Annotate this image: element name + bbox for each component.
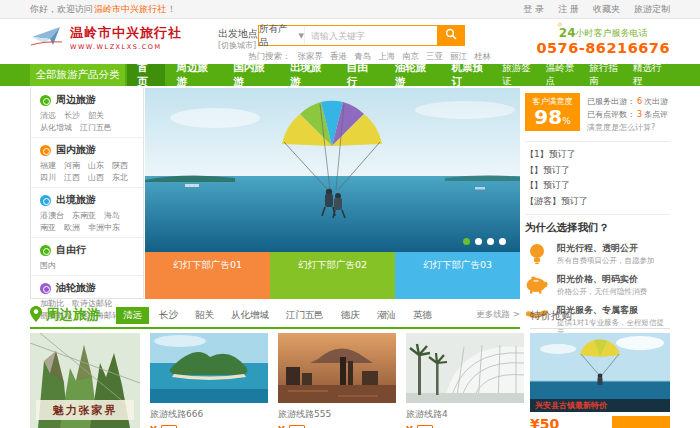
booking-item[interactable]: 【游客】预订了 [525, 194, 670, 210]
tab-jiangmen[interactable]: 江门五邑 [279, 307, 331, 324]
custom-tour-link[interactable]: 旅游定制 [634, 3, 670, 16]
category-header[interactable]: 国内旅游 [40, 143, 134, 157]
tour-card[interactable]: 旅游线路555 ¥ [278, 333, 396, 428]
category-link[interactable]: 东北 [112, 172, 128, 183]
category-link[interactable]: 陕西 [112, 160, 128, 171]
nav-item-nearby[interactable]: 周边旅游 [167, 64, 222, 86]
tab-shaoguan[interactable]: 韶关 [188, 307, 221, 324]
ad-banner-1[interactable]: 幻灯下部广告01 [145, 252, 270, 299]
tab-deqing[interactable]: 德庆 [334, 307, 367, 324]
nav-item-cruise[interactable]: 油轮旅游 [385, 64, 440, 86]
slider-dot[interactable] [499, 238, 506, 245]
site-logo[interactable]: 温岭市中兴旅行社 WWW.WLZXLXS.COM [30, 24, 182, 51]
welcome-prefix: 你好，欢迎访问 [30, 4, 93, 14]
favorites-link[interactable]: 收藏夹 [593, 3, 620, 16]
hero-slider[interactable] [145, 88, 520, 252]
tour-card[interactable]: 旅游线路666 ¥ [150, 333, 268, 428]
tab-conghua[interactable]: 从化增城 [224, 307, 276, 324]
booking-item[interactable]: 【】预订了 [525, 163, 670, 179]
category-link[interactable]: 非洲中东 [88, 222, 120, 233]
nav-sub-attractions[interactable]: 温岭景点 [540, 64, 583, 86]
category-link[interactable]: 国内 [40, 260, 56, 271]
category-link[interactable]: 山西 [88, 172, 104, 183]
category-link[interactable]: 福建 [40, 160, 56, 171]
search-input[interactable] [305, 26, 437, 45]
piggy-bank-icon [525, 273, 549, 297]
why-title: 为什么选择我们？ [525, 221, 670, 235]
category-link[interactable]: 长沙 [64, 110, 80, 121]
tab-changsha[interactable]: 长沙 [152, 307, 185, 324]
category-header[interactable]: 周边旅游 [40, 93, 134, 107]
category-link[interactable]: 河南 [64, 160, 80, 171]
free-travel-category-icon [40, 245, 51, 256]
category-link[interactable]: 江门五邑 [80, 122, 112, 133]
zhangjiajie-promo-card[interactable]: 魅力张家界 [30, 333, 140, 428]
hotline-label: 小时客户服务电话 [576, 27, 648, 40]
buy-now-button[interactable] [612, 416, 670, 428]
booking-item[interactable]: 【】预订了 [525, 178, 670, 194]
deal-caption: 兴安县古镇最新特价 [535, 400, 607, 411]
tour-card-caption: 旅游线路666 [150, 408, 268, 421]
tab-chaoshan[interactable]: 潮汕 [370, 307, 403, 324]
category-link[interactable]: 江西 [64, 172, 80, 183]
nav-sub-featured[interactable]: 精选行程 [627, 64, 670, 86]
cruise-category-icon [40, 283, 51, 294]
category-link[interactable]: 韶关 [88, 110, 104, 121]
nav-item-flights[interactable]: 机票预订 [442, 64, 497, 86]
ad-banner-2[interactable]: 幻灯下部广告02 [270, 252, 395, 299]
outbound-category-icon [40, 195, 51, 206]
nav-sub-guide[interactable]: 旅行指南 [583, 64, 626, 86]
tour-card[interactable]: 旅游线路4 ¥ [406, 333, 524, 428]
search-category-dropdown[interactable]: 所有产品 ▼ [259, 26, 305, 45]
logo-title: 温岭市中兴旅行社 [70, 24, 182, 42]
more-routes-link[interactable]: 更多线路 > [476, 309, 520, 321]
slider-dot[interactable] [475, 238, 482, 245]
category-name: 国内旅游 [56, 143, 96, 157]
category-link[interactable]: 四川 [40, 172, 56, 183]
deal-image: 兴安县古镇最新特价 [530, 333, 670, 412]
login-link[interactable]: 登 录 [523, 3, 544, 16]
hot-keyword[interactable]: 上海 [378, 51, 395, 63]
recent-bookings: 【1】预订了 【】预订了 【】预订了 【游客】预订了 [525, 141, 670, 209]
why-item-transparent: 阳光行程、透明公开 所有自费项目公开，自愿参加 [525, 242, 670, 266]
category-link[interactable]: 山东 [88, 160, 104, 171]
hotline-24: ☼24 [559, 23, 576, 40]
slider-dot[interactable] [463, 238, 470, 245]
ad-banner-row: 幻灯下部广告01 幻灯下部广告02 幻灯下部广告03 [145, 252, 520, 299]
category-link[interactable]: 港澳台 [40, 210, 64, 221]
slider-dots [463, 238, 506, 245]
welcome-message: 你好，欢迎访问温岭市中兴旅行社！ [30, 3, 176, 16]
category-sidebar: 周边旅游 清远 长沙 韶关 从化增城 江门五邑 国内旅游 福建 河南 山东 陕西… [30, 88, 144, 299]
search-button[interactable] [437, 26, 464, 45]
slider-dot[interactable] [487, 238, 494, 245]
welcome-site-name: 温岭市中兴旅行社 [94, 4, 166, 14]
category-link[interactable]: 南亚 [40, 222, 56, 233]
booking-item[interactable]: 【1】预订了 [525, 147, 670, 163]
hot-keyword[interactable]: 香港 [330, 51, 347, 63]
tab-yingde[interactable]: 英德 [406, 307, 439, 324]
category-header[interactable]: 出境旅游 [40, 193, 134, 207]
category-link[interactable]: 欧洲 [64, 222, 80, 233]
nav-item-outbound[interactable]: 出境旅游 [280, 64, 335, 86]
category-link[interactable]: 清远 [40, 110, 56, 121]
service-hotline: ☼24 小时客户服务电话 0576-86216676 [536, 23, 670, 56]
tour-card-caption: 旅游线路4 [406, 408, 524, 421]
nav-sub-visa[interactable]: 旅游签证 [496, 64, 539, 86]
category-link[interactable]: 海岛 [104, 210, 120, 221]
category-link[interactable]: 从化增城 [40, 122, 72, 133]
all-products-menu[interactable]: 全部旅游产品分类 [30, 64, 125, 86]
satisfaction-how-link[interactable]: 满意度是怎么计算? [587, 121, 668, 134]
tab-qingyuan[interactable]: 清远 [116, 307, 149, 324]
special-deal-card[interactable]: 兴安县古镇最新特价 ¥50 [530, 333, 670, 428]
category-header[interactable]: 油轮旅游 [40, 281, 134, 295]
nav-item-home[interactable]: 首页 [127, 64, 164, 86]
register-link[interactable]: 注 册 [558, 3, 579, 16]
location-pin-icon [30, 306, 42, 325]
departure-city-selector[interactable]: 出发地点 [切换城市] [218, 28, 258, 52]
ad-banner-3[interactable]: 幻灯下部广告03 [395, 252, 520, 299]
paper-plane-logo-icon [30, 25, 64, 51]
category-header[interactable]: 自由行 [40, 243, 134, 257]
nav-item-domestic[interactable]: 国内旅游 [223, 64, 278, 86]
category-link[interactable]: 东南亚 [72, 210, 96, 221]
nav-item-free-travel[interactable]: 自由行 [337, 64, 383, 86]
